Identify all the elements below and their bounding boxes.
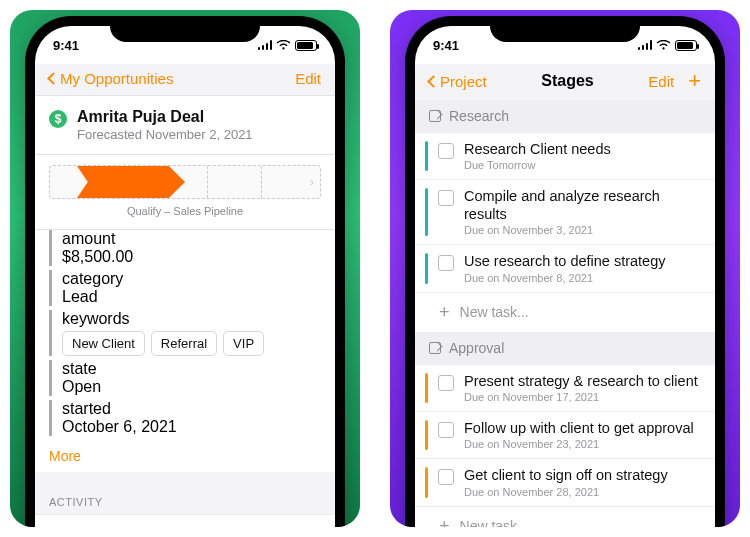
- task-checkbox[interactable]: [438, 469, 454, 485]
- field-key: state: [62, 360, 335, 378]
- task-row[interactable]: Research Client needsDue Tomorrow: [415, 132, 715, 179]
- task-color-stripe: [425, 373, 428, 403]
- field-value: Lead: [62, 288, 335, 306]
- more-button[interactable]: More: [35, 440, 335, 472]
- task-color-stripe: [425, 141, 428, 171]
- promo-panel-left: 9:41 My Opportunities Edit $ Amrita Puja…: [10, 10, 360, 527]
- task-title: Research Client needs: [464, 141, 703, 158]
- battery-icon: [675, 40, 697, 51]
- edit-button[interactable]: Edit: [295, 70, 321, 87]
- task-row[interactable]: Present strategy & research to clientDue…: [415, 364, 715, 411]
- task-row[interactable]: Use research to define strategyDue on No…: [415, 244, 715, 291]
- pipeline-bar: ›: [49, 165, 321, 199]
- status-time: 9:41: [53, 38, 79, 53]
- field-category[interactable]: category Lead: [49, 270, 335, 306]
- cellular-icon: [258, 40, 273, 50]
- deal-card: $ Amrita Puja Deal Forecasted November 2…: [35, 95, 335, 472]
- content-area: My Opportunities Edit $ Amrita Puja Deal…: [35, 64, 335, 527]
- task-due: Due on November 8, 2021: [464, 272, 703, 284]
- task-checkbox[interactable]: [438, 190, 454, 206]
- new-task-button[interactable]: +New task...: [415, 506, 715, 527]
- status-indicators: [258, 40, 318, 51]
- task-title: Present strategy & research to client: [464, 373, 703, 390]
- task-title: Follow up with client to get approval: [464, 420, 703, 437]
- nav-bar: Project Stages Edit +: [415, 64, 715, 100]
- plus-icon: +: [439, 302, 450, 323]
- battery-icon: [295, 40, 317, 51]
- status-time: 9:41: [433, 38, 459, 53]
- field-started[interactable]: started October 6, 2021: [49, 400, 335, 436]
- new-task-label: New task...: [460, 518, 529, 527]
- chevron-right-icon: ›: [310, 175, 314, 189]
- task-due: Due on November 17, 2021: [464, 391, 703, 403]
- stage-group-header[interactable]: Approval: [415, 332, 715, 364]
- wifi-icon: [276, 40, 291, 51]
- content-area: Project Stages Edit + ResearchResearch C…: [415, 64, 715, 527]
- stage-group-name: Research: [449, 108, 509, 124]
- wifi-icon: [656, 40, 671, 51]
- task-checkbox[interactable]: [438, 143, 454, 159]
- phone-frame: 9:41 My Opportunities Edit $ Amrita Puja…: [25, 16, 345, 527]
- back-button[interactable]: My Opportunities: [49, 70, 173, 87]
- tag-icon: [52, 527, 68, 528]
- add-button[interactable]: +: [688, 70, 701, 92]
- field-key: keywords: [62, 310, 335, 328]
- chip[interactable]: New Client: [62, 331, 145, 356]
- field-key: started: [62, 400, 335, 418]
- task-row[interactable]: Compile and analyze research resultsDue …: [415, 179, 715, 244]
- back-label: Project: [440, 73, 487, 90]
- task-row[interactable]: Get client to sign off on strategyDue on…: [415, 458, 715, 505]
- field-key: amount: [62, 230, 335, 248]
- activity-section-label: ACTIVITY: [35, 482, 335, 514]
- deal-subtitle: Forecasted November 2, 2021: [77, 127, 253, 142]
- notch: [110, 16, 260, 42]
- chevron-left-icon: [47, 72, 60, 85]
- chevron-left-icon: [427, 75, 440, 88]
- deal-header[interactable]: $ Amrita Puja Deal Forecasted November 2…: [35, 95, 335, 155]
- deal-dollar-icon: $: [49, 110, 67, 128]
- nav-title: Stages: [541, 72, 593, 90]
- row-label: By Stage: [81, 525, 142, 527]
- row-by-stage[interactable]: By Stage: [35, 514, 335, 527]
- task-title: Compile and analyze research results: [464, 188, 703, 223]
- task-due: Due on November 28, 2021: [464, 486, 703, 498]
- task-checkbox[interactable]: [438, 255, 454, 271]
- nav-bar: My Opportunities Edit: [35, 64, 335, 95]
- field-keywords[interactable]: keywords New Client Referral VIP: [49, 310, 335, 356]
- chip[interactable]: VIP: [223, 331, 264, 356]
- plus-icon: +: [439, 516, 450, 527]
- new-task-label: New task...: [460, 304, 529, 320]
- field-amount[interactable]: amount $8,500.00: [49, 230, 335, 266]
- status-indicators: [638, 40, 698, 51]
- task-row[interactable]: Follow up with client to get approvalDue…: [415, 411, 715, 458]
- edit-button[interactable]: Edit: [648, 73, 674, 90]
- screen: 9:41 Project Stages Edit + ResearchResea…: [415, 26, 715, 527]
- field-value: October 6, 2021: [62, 418, 335, 436]
- deal-title: Amrita Puja Deal: [77, 108, 253, 126]
- new-task-button[interactable]: +New task...: [415, 292, 715, 332]
- field-state[interactable]: state Open: [49, 360, 335, 396]
- chip[interactable]: Referral: [151, 331, 217, 356]
- phone-frame: 9:41 Project Stages Edit + ResearchResea…: [405, 16, 725, 527]
- task-due: Due on November 3, 2021: [464, 224, 703, 236]
- pipeline-label: Qualify – Sales Pipeline: [49, 205, 321, 217]
- task-checkbox[interactable]: [438, 375, 454, 391]
- stage-group-name: Approval: [449, 340, 504, 356]
- task-checkbox[interactable]: [438, 422, 454, 438]
- keyword-chips: New Client Referral VIP: [62, 331, 335, 356]
- back-button[interactable]: Project: [429, 73, 487, 90]
- task-color-stripe: [425, 467, 428, 497]
- task-due: Due Tomorrow: [464, 159, 703, 171]
- screen: 9:41 My Opportunities Edit $ Amrita Puja…: [35, 26, 335, 527]
- pipeline-section[interactable]: › Qualify – Sales Pipeline: [35, 155, 335, 230]
- field-value: $8,500.00: [62, 248, 335, 266]
- task-due: Due on November 23, 2021: [464, 438, 703, 450]
- flag-icon: [429, 342, 441, 354]
- task-title: Get client to sign off on strategy: [464, 467, 703, 484]
- task-color-stripe: [425, 253, 428, 283]
- task-color-stripe: [425, 188, 428, 236]
- cellular-icon: [638, 40, 653, 50]
- back-label: My Opportunities: [60, 70, 173, 87]
- stage-group-header[interactable]: Research: [415, 100, 715, 132]
- flag-icon: [429, 110, 441, 122]
